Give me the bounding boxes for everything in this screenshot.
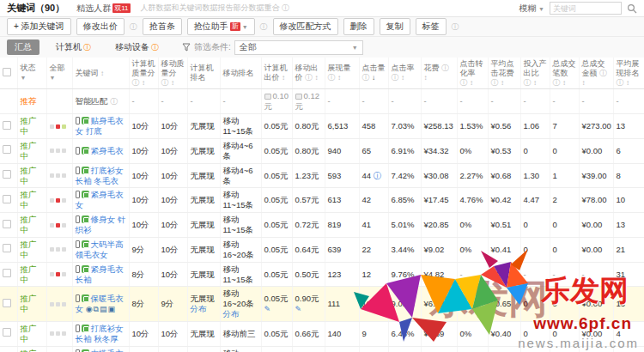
subtab-summary[interactable]: 汇总 [7, 39, 39, 55]
pc-bid-cell[interactable]: 0.05元 [261, 346, 292, 352]
row-checkbox[interactable] [3, 220, 11, 228]
mobile-bid-cell[interactable]: 0.64元 [292, 237, 325, 262]
column-header[interactable]: 状态 ▼ [17, 58, 46, 89]
word-tool-icon[interactable]: ◉ [86, 305, 94, 313]
recommend-link[interactable]: 推荐 [21, 96, 37, 106]
row-checkbox[interactable] [3, 121, 11, 130]
delete-button[interactable]: 删除 [343, 18, 374, 35]
keyword-cell[interactable]: 保暖毛衣女 ◉⧉▤▣ [72, 287, 129, 322]
row-checkbox[interactable] [3, 195, 11, 203]
column-header[interactable]: 关键词 ↕ [72, 58, 129, 89]
sort-icon[interactable]: ↕ [582, 79, 586, 87]
pc-bid-cell[interactable]: 0.05元 [261, 163, 292, 188]
sort-icon[interactable]: ↕ [142, 79, 145, 87]
tab-audience[interactable]: 精选人群 双11 [76, 3, 130, 15]
mobile-bid-cell[interactable]: 0.70元 [292, 346, 325, 352]
mobile-bid-cell[interactable]: 0.50元 [292, 262, 325, 287]
sort-icon[interactable]: ↕ [282, 74, 285, 82]
column-header[interactable]: 计算机出价 ↕ [261, 58, 292, 89]
pc-bid-cell[interactable]: 0.05元 [261, 114, 292, 139]
filter-dropdown[interactable]: 全部▼ [234, 40, 363, 55]
keyword-cell[interactable]: 紧身毛衣 [72, 138, 129, 163]
edit-bid-icon[interactable]: ✎ [295, 305, 302, 313]
mobile-bid-cell[interactable]: 0.80元 [292, 114, 325, 139]
sort-desc-icon[interactable]: ↓ [372, 74, 375, 82]
tab-keywords[interactable]: 关键词（90） [7, 2, 64, 15]
column-header[interactable]: 全部 ▼ [46, 58, 72, 89]
sort-icon[interactable]: ↕ [337, 74, 341, 82]
column-header[interactable]: 展现量 ⓘ ↕ [325, 58, 359, 89]
column-header[interactable]: 移动出价 ⓘ ↕ [292, 58, 325, 89]
pc-bid-cell[interactable]: 0.05元 [261, 262, 292, 287]
keyword-cell[interactable]: 打底衫女 长袖 秋冬厚 [72, 322, 129, 347]
keyword-cell[interactable]: 紧身毛衣女 [72, 188, 129, 213]
column-header[interactable]: 移动质量分 ⓘ ↕ [158, 58, 187, 89]
sort-icon[interactable]: ↕ [501, 79, 504, 87]
row-checkbox[interactable] [3, 170, 11, 179]
row-checkbox[interactable] [3, 299, 11, 307]
keyword-cell[interactable]: 紧身毛衣 长袖 [72, 262, 129, 287]
mobile-bid-cell[interactable]: 0.72元 [292, 213, 325, 238]
sort-icon[interactable]: ↕ [401, 74, 404, 82]
pc-bid-cell[interactable]: 0.05元 [261, 138, 292, 163]
sort-icon[interactable]: ↕ [100, 70, 104, 77]
column-header[interactable]: 花费 ⓘ ↕ [421, 58, 457, 89]
select-all-checkbox[interactable] [3, 68, 11, 76]
row-checkbox[interactable] [3, 145, 11, 154]
keyword-link[interactable]: 紧身毛衣 [91, 146, 124, 155]
sort-icon[interactable]: ↕ [626, 79, 629, 87]
pc-bid-cell[interactable]: 0.05元 [261, 213, 292, 238]
pc-bid-cell[interactable]: 0.10元 [261, 89, 292, 114]
mobile-bid-cell[interactable]: 1.23元 [292, 163, 325, 188]
grab-assistant-button[interactable]: 抢位助手 新 ▼ [187, 18, 255, 35]
pc-bid-cell[interactable]: 0.05元 [261, 322, 292, 347]
mobile-bid-cell[interactable]: 0.57元 [292, 188, 325, 213]
sort-icon[interactable]: ↕ [315, 74, 319, 82]
column-header[interactable]: 投入产出比 ⓘ ↕ [520, 58, 550, 89]
pc-bid-cell[interactable]: 0.05元 [261, 188, 292, 213]
keyword-cell[interactable]: 大码半高领毛衣女 [72, 237, 129, 262]
match-mode-dropdown[interactable]: 模糊 ▼ [519, 3, 544, 15]
row-checkbox[interactable] [3, 328, 11, 337]
sort-icon[interactable]: ↕ [562, 79, 566, 87]
column-header[interactable]: 点击率 ⓘ ↕ [388, 58, 421, 89]
distribution-link[interactable]: 分布 [191, 304, 207, 313]
subtab-computer[interactable]: 计算机ⓘ [48, 39, 99, 55]
tag-button[interactable]: 标签 [416, 18, 447, 35]
copy-button[interactable]: 复制 [380, 18, 410, 35]
column-header[interactable]: 总成交金额 ⓘ ↕ [579, 58, 613, 89]
column-header[interactable]: 平均展现排名 ⓘ ↕ [613, 58, 644, 89]
mobile-bid-cell[interactable]: 0.12元 [292, 89, 325, 114]
keyword-cell[interactable]: 内搭毛衣女秋冬 [72, 346, 129, 352]
mobile-bid-cell[interactable]: 0.80元 [292, 138, 325, 163]
copy-icon[interactable]: ⧉ [94, 305, 100, 313]
pc-bid-cell[interactable]: 0.05元 [261, 237, 292, 262]
sort-icon[interactable]: ↕ [171, 79, 174, 87]
distribution-link[interactable]: 分布 [223, 309, 240, 319]
pc-bid-cell[interactable]: 0.05元 ✎ [261, 287, 292, 322]
delete-icon[interactable]: ▣ [107, 305, 116, 313]
keyword-cell[interactable]: 贴身毛衣女 打底 [72, 114, 129, 139]
status-cell[interactable]: 推荐 [17, 89, 46, 114]
sort-icon[interactable]: ↕ [424, 74, 428, 82]
mobile-bid-cell[interactable]: 0.66元 [292, 322, 325, 347]
column-header[interactable]: 点击转化率 ⓘ ↕ [457, 58, 488, 89]
modify-bid-button[interactable]: 修改出价 [76, 18, 125, 35]
row-checkbox[interactable] [3, 244, 11, 252]
search-icon[interactable] [627, 3, 637, 14]
column-header[interactable]: 计算机质量分 ⓘ ↕ [129, 58, 158, 89]
grab-first-button[interactable]: 抢首条 [143, 18, 182, 35]
subtab-mobile[interactable]: 移动设备ⓘ [107, 39, 167, 55]
add-keyword-button[interactable]: + 添加关键词 [7, 18, 71, 35]
click-info-icon[interactable]: ⓘ [374, 171, 382, 180]
sort-icon[interactable]: ↕ [470, 79, 473, 87]
row-checkbox[interactable] [3, 269, 11, 277]
edit-bid-icon[interactable]: ✎ [264, 305, 271, 313]
modify-match-button[interactable]: 修改匹配方式 [273, 18, 338, 35]
column-header[interactable]: 平均点击花费 ⓘ ↕ [488, 58, 520, 89]
column-header[interactable]: 总成交笔数 ⓘ ↕ [550, 58, 579, 89]
keyword-search-input[interactable] [550, 2, 622, 15]
column-header[interactable]: 点击量 ⓘ ↓ [359, 58, 388, 89]
keyword-cell[interactable]: 打底衫女 长袖 冬毛衣 [72, 163, 129, 188]
sort-icon[interactable]: ↕ [533, 79, 537, 87]
